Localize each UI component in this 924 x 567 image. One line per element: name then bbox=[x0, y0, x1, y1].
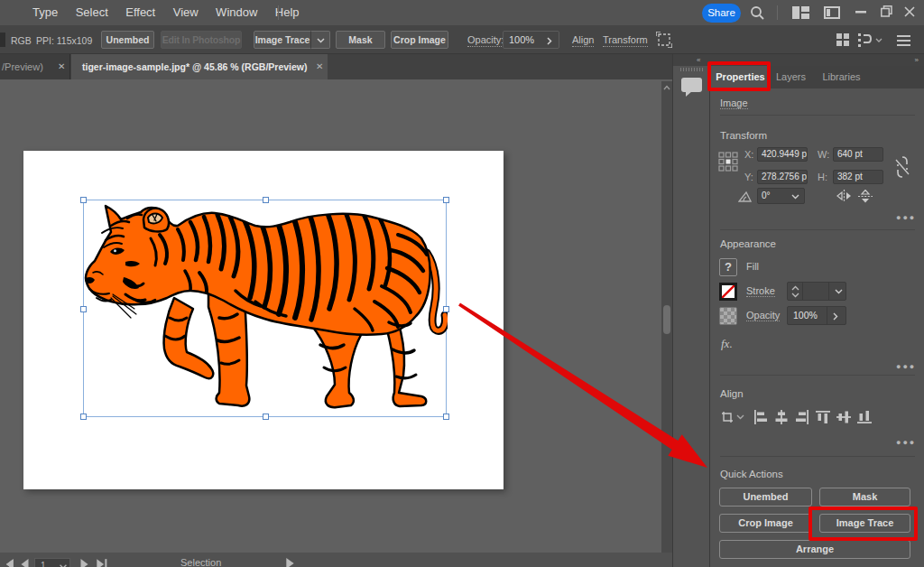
collapse-right-icon[interactable]: » bbox=[915, 54, 918, 66]
y-field[interactable]: 278.2756 p bbox=[757, 170, 808, 184]
status-bar: 1 Selection bbox=[0, 553, 672, 567]
qa-mask-button[interactable]: Mask bbox=[819, 488, 910, 507]
stroke-link[interactable]: Stroke bbox=[746, 285, 775, 297]
vertical-scrollbar[interactable] bbox=[661, 81, 672, 553]
stroke-swatch[interactable] bbox=[719, 283, 737, 301]
menu-view[interactable]: View bbox=[173, 0, 199, 25]
search-icon[interactable] bbox=[750, 5, 765, 21]
panel-drag-handle[interactable] bbox=[680, 68, 704, 71]
quick-actions-title: Quick Actions bbox=[720, 469, 783, 479]
selection-handle-se[interactable] bbox=[443, 414, 449, 420]
stroke-weight-control[interactable] bbox=[787, 282, 846, 301]
selection-handle-ne[interactable] bbox=[443, 197, 449, 203]
restore-icon[interactable] bbox=[881, 5, 892, 17]
arrange-documents-icon[interactable] bbox=[857, 33, 872, 48]
document-tab-bar: /Preview) ✕ tiger-image-sample.jpg* @ 45… bbox=[0, 54, 672, 79]
x-field[interactable]: 420.9449 p bbox=[757, 147, 808, 162]
workspace-layout-icon[interactable] bbox=[792, 6, 809, 19]
flip-horizontal-icon[interactable] bbox=[836, 190, 852, 202]
rotate-angle-icon bbox=[738, 191, 752, 202]
appearance-more-options-icon[interactable]: ●●● bbox=[896, 362, 916, 371]
selection-handle-e[interactable] bbox=[443, 306, 449, 312]
last-artboard-icon[interactable] bbox=[96, 559, 107, 567]
w-field[interactable]: 640 pt bbox=[833, 147, 883, 162]
dock-icon-strip bbox=[673, 66, 710, 567]
inactive-tab-close-icon[interactable]: ✕ bbox=[58, 54, 65, 79]
selection-handle-w[interactable] bbox=[80, 306, 87, 312]
comments-panel-icon[interactable] bbox=[681, 78, 702, 98]
menu-select[interactable]: Select bbox=[76, 0, 108, 25]
image-link[interactable]: Image bbox=[720, 98, 748, 109]
qa-arrange-button[interactable]: Arrange bbox=[719, 540, 910, 559]
flip-vertical-icon[interactable] bbox=[858, 190, 873, 203]
align-right-icon[interactable] bbox=[795, 410, 809, 424]
qa-unembed-button[interactable]: Unembed bbox=[719, 488, 812, 507]
close-icon[interactable] bbox=[904, 6, 915, 17]
crop-image-button[interactable]: Crop Image bbox=[391, 31, 448, 49]
prev-artboard-icon[interactable] bbox=[20, 559, 30, 567]
opacity-link[interactable]: Opacity: bbox=[467, 33, 504, 47]
align-to-icon[interactable] bbox=[720, 410, 745, 425]
selection-handle-s[interactable] bbox=[263, 414, 269, 420]
document-tab-active[interactable]: tiger-image-sample.jpg* @ 45.86 % (RGB/P… bbox=[71, 54, 328, 79]
mask-button[interactable]: Mask bbox=[336, 31, 385, 49]
tiger-image[interactable] bbox=[84, 200, 448, 418]
selection-handle-nw[interactable] bbox=[80, 197, 87, 203]
transform-more-options-icon[interactable]: ●●● bbox=[896, 213, 916, 222]
align-link[interactable]: Align bbox=[572, 33, 594, 47]
panel-opacity-expand-icon[interactable] bbox=[833, 312, 838, 321]
tab-libraries[interactable]: Libraries bbox=[817, 66, 866, 88]
document-tab-inactive[interactable]: /Preview) ✕ bbox=[0, 54, 70, 79]
scrollbar-thumb[interactable] bbox=[663, 305, 670, 334]
ppi-label: PPI: 115x109 bbox=[36, 32, 92, 50]
active-tab-close-icon[interactable]: ✕ bbox=[316, 54, 323, 79]
panel-opacity-field[interactable]: 100% bbox=[787, 306, 846, 325]
menu-list-icon[interactable] bbox=[897, 35, 910, 46]
selection-handle-sw[interactable] bbox=[80, 414, 87, 420]
next-artboard-icon[interactable] bbox=[79, 559, 89, 567]
rotate-dropdown-icon[interactable] bbox=[791, 194, 799, 200]
image-trace-button[interactable]: Image Trace bbox=[254, 31, 311, 49]
transform-link[interactable]: Transform bbox=[603, 33, 648, 47]
align-vertical-center-icon[interactable] bbox=[836, 410, 851, 424]
edit-in-photoshop-button[interactable]: Edit In Photoshop bbox=[161, 31, 242, 49]
image-trace-dropdown[interactable] bbox=[310, 31, 330, 49]
first-artboard-icon[interactable] bbox=[3, 559, 14, 567]
align-horizontal-center-icon[interactable] bbox=[774, 410, 789, 424]
collapse-left-icon[interactable]: « bbox=[697, 54, 699, 66]
unembed-button[interactable]: Unembed bbox=[101, 31, 154, 49]
stroke-stepper-icon[interactable] bbox=[791, 285, 799, 298]
align-left-icon[interactable] bbox=[753, 410, 768, 424]
align-more-options-icon[interactable]: ●●● bbox=[896, 438, 916, 447]
highlight-image-trace-button bbox=[808, 507, 918, 541]
fill-unknown-swatch[interactable]: ? bbox=[719, 258, 737, 276]
selection-handle-n[interactable] bbox=[263, 197, 269, 203]
panel-opacity-link[interactable]: Opacity bbox=[746, 310, 780, 321]
workspace-grid-icon[interactable] bbox=[836, 33, 849, 46]
document-window-icon[interactable] bbox=[824, 6, 840, 19]
opacity-expand-icon[interactable] bbox=[547, 37, 552, 45]
reference-point-icon[interactable] bbox=[718, 152, 738, 172]
arrange-documents-chevron-icon[interactable] bbox=[875, 38, 882, 43]
constrain-proportions-icon[interactable] bbox=[894, 155, 910, 179]
artboard-number-dropdown[interactable]: 1 bbox=[34, 558, 70, 567]
menu-type[interactable]: Type bbox=[32, 0, 58, 25]
rotate-field[interactable]: 0° bbox=[757, 188, 805, 204]
status-play-icon[interactable] bbox=[285, 558, 295, 567]
stroke-width-dropdown-icon[interactable] bbox=[835, 289, 843, 294]
align-top-icon[interactable] bbox=[816, 410, 830, 424]
minimize-icon[interactable] bbox=[855, 11, 866, 14]
qa-crop-image-button[interactable]: Crop Image bbox=[719, 514, 812, 533]
menu-window[interactable]: Window bbox=[216, 0, 257, 25]
opacity-swatch[interactable] bbox=[719, 307, 737, 325]
free-transform-icon[interactable] bbox=[656, 32, 672, 48]
fx-effects-button[interactable]: fx. bbox=[721, 337, 733, 351]
align-bottom-icon[interactable] bbox=[857, 410, 872, 424]
h-field[interactable]: 382 pt bbox=[833, 170, 883, 184]
share-button[interactable]: Share bbox=[702, 4, 741, 23]
scroll-up-icon[interactable] bbox=[663, 85, 670, 90]
menu-effect[interactable]: Effect bbox=[125, 0, 155, 25]
selection-bounding-box[interactable] bbox=[83, 200, 447, 417]
opacity-field[interactable]: 100% bbox=[503, 31, 559, 49]
tab-layers[interactable]: Layers bbox=[771, 66, 811, 88]
